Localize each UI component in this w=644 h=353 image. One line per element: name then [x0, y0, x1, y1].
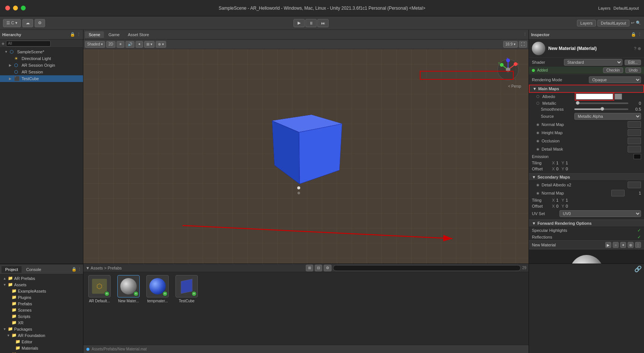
tree-plugins[interactable]: 📁 Plugins [0, 294, 83, 300]
tab-asset-store[interactable]: Asset Store [124, 31, 153, 38]
normal-map-slot[interactable] [628, 121, 641, 128]
albedo-color-picker[interactable] [576, 94, 613, 100]
minimize-button[interactable] [13, 6, 18, 10]
hierarchy-lock-icon[interactable]: 🔒 [70, 32, 75, 37]
tree-xr[interactable]: 📁 XR [0, 319, 83, 326]
detail-mask-slot[interactable] [628, 146, 641, 152]
toolbar-menu-btn[interactable]: ☰ C ▾ [3, 19, 21, 27]
metallic-thumb[interactable] [576, 101, 580, 105]
hierarchy-search[interactable] [6, 41, 51, 47]
nm-circle-btn[interactable]: ○ [613, 242, 619, 248]
sec-maps-expand[interactable]: ▼ [532, 175, 536, 179]
asset-new-material[interactable]: + New Mater... [115, 275, 142, 303]
tab-project[interactable]: Project [1, 266, 22, 273]
hier-samplescene[interactable]: ▼ ⬡ SampleScene* [0, 48, 83, 55]
play-button[interactable]: ▶ [294, 19, 305, 27]
tree-editor[interactable]: 📁 Editor [0, 338, 83, 345]
inspector-lock-icon[interactable]: 🔒 [631, 32, 636, 37]
tab-scene[interactable]: Scene [85, 31, 104, 38]
tree-materials[interactable]: 📁 Materials [0, 345, 83, 351]
sec-normal-slot[interactable] [611, 190, 625, 196]
albedo-alpha[interactable] [615, 94, 622, 100]
metallic-slider[interactable] [576, 103, 628, 104]
asset-testcube[interactable]: + TestCube [174, 275, 200, 303]
nm-more-btn[interactable]: ⋮ [635, 242, 641, 248]
asset-ar-default[interactable]: ⬡ + AR Default... [86, 275, 112, 303]
view-more-icon[interactable]: ⋮ [523, 32, 527, 37]
hier-ar-session[interactable]: ⬡ AR Session [0, 69, 83, 75]
close-button[interactable] [5, 6, 10, 10]
toolbar-settings-btn[interactable]: ⚙ [35, 19, 45, 27]
project-menu-icon[interactable]: ⋮ [77, 267, 82, 272]
hier-directional-light[interactable]: ☀ Directional Light [0, 55, 83, 62]
tree-scripts[interactable]: 📁 Scripts [0, 313, 83, 319]
ea-label: ExampleAssets [18, 289, 46, 293]
scene-gizmo[interactable]: X Y Z [495, 57, 521, 83]
toolbar-cloud-btn[interactable]: ☁ [22, 19, 33, 27]
hier-ar-session-origin[interactable]: ▶ ⬡ AR Session Origin [0, 62, 83, 69]
source-select[interactable]: Metallic Alpha [574, 113, 641, 120]
occlusion-map-slot[interactable] [628, 138, 641, 144]
link-icon[interactable]: 🔗 [634, 265, 642, 272]
audio-btn[interactable]: 🔊 [126, 41, 134, 48]
detail-albedo-slot[interactable] [628, 182, 641, 188]
smoothness-slider[interactable] [574, 108, 628, 110]
asset-tempmaterial[interactable]: + tempmater... [145, 275, 171, 303]
project-lock-icon[interactable]: 🔒 [72, 267, 77, 272]
undo-icon[interactable]: ↩ [631, 21, 634, 25]
nm-star-btn[interactable]: ✦ [620, 242, 626, 248]
effects-btn[interactable]: ✦ [136, 41, 143, 48]
help-icon[interactable]: ? [634, 46, 636, 51]
view-options-btn[interactable]: ⊕ ▾ [156, 41, 166, 48]
nm-dots-btn[interactable]: ⊕ [628, 242, 634, 248]
tree-assets[interactable]: ▼ 📁 Assets [0, 281, 83, 288]
scene-viewport[interactable]: X Y Z < Persp ⊕ [83, 49, 529, 264]
draw-mode-btn[interactable]: Shaded ▾ [85, 41, 105, 48]
height-map-slot[interactable] [628, 129, 641, 136]
undo-button[interactable]: Undo [625, 67, 641, 73]
tree-packages[interactable]: ▼ 📁 Packages [0, 326, 83, 332]
asset-view-btn1[interactable]: ⊞ [306, 265, 313, 271]
tree-prefabs[interactable]: 📁 Prefabs [0, 300, 83, 307]
emission-color[interactable] [634, 154, 641, 159]
2d-btn[interactable]: 2D [106, 41, 115, 48]
preset-icon[interactable]: ⊕ [638, 46, 641, 51]
uvset-select[interactable]: UV0 [559, 210, 641, 217]
smoothness-thumb[interactable] [600, 107, 604, 111]
main-maps-expand[interactable]: ▼ [533, 86, 537, 91]
tab-console[interactable]: Console [22, 266, 45, 273]
specular-highlights-check[interactable]: ✓ [637, 228, 641, 233]
tree-scenes[interactable]: 📁 Scenes [0, 307, 83, 313]
rendering-mode-select[interactable]: Opaque [589, 76, 641, 83]
gizmos-btn[interactable]: ⊞ ▾ [144, 41, 155, 48]
tree-ar-foundation[interactable]: ▼ 📁 AR Foundation [0, 332, 83, 338]
checkin-button[interactable]: Checkin [603, 67, 623, 73]
lighting-btn[interactable]: ☀ [117, 41, 124, 48]
shader-select[interactable]: Standard [564, 59, 622, 66]
maximize-button[interactable] [21, 6, 26, 10]
add-hierarchy-btn[interactable]: + [1, 41, 4, 47]
inspector-scroll[interactable]: New Material (Material) ? ⊕ Shader Stand… [529, 40, 644, 264]
fwd-expand[interactable]: ▼ [532, 221, 536, 226]
pause-button[interactable]: ⏸ [305, 19, 317, 27]
asset-settings-btn[interactable]: ⚙ [324, 265, 331, 271]
aspect-ratio-btn[interactable]: 16:9 ▾ [503, 41, 518, 48]
search-icon[interactable]: 🔍 [636, 21, 641, 25]
tree-runtime[interactable]: ▼ 📁 Runtime [0, 351, 83, 353]
shader-edit-button[interactable]: Edit... [625, 60, 641, 65]
tree-ar-prefabs[interactable]: ▲ 📁 AR Prefabs [0, 275, 83, 281]
hier-testcube[interactable]: ▶ ⬛ TestCube [0, 75, 83, 82]
layers-btn[interactable]: Layers [577, 20, 596, 26]
hierarchy-menu-icon[interactable]: ⋮ [77, 32, 81, 37]
tree-example-assets[interactable]: 📁 ExampleAssets [0, 288, 83, 294]
inspector-menu-icon[interactable]: ⋮ [638, 32, 642, 37]
scene-persp-label[interactable]: < Persp [508, 84, 521, 88]
nm-play-btn[interactable]: ▶ [605, 242, 611, 248]
layout-btn[interactable]: DefaultLayout [597, 20, 629, 26]
maximize-btn[interactable]: ⛶ [519, 41, 527, 48]
tab-game[interactable]: Game [105, 31, 123, 38]
asset-search[interactable] [333, 265, 521, 271]
step-button[interactable]: ⏭ [317, 19, 329, 27]
reflections-check[interactable]: ✓ [637, 234, 641, 240]
asset-view-btn2[interactable]: ⊟ [315, 265, 322, 271]
